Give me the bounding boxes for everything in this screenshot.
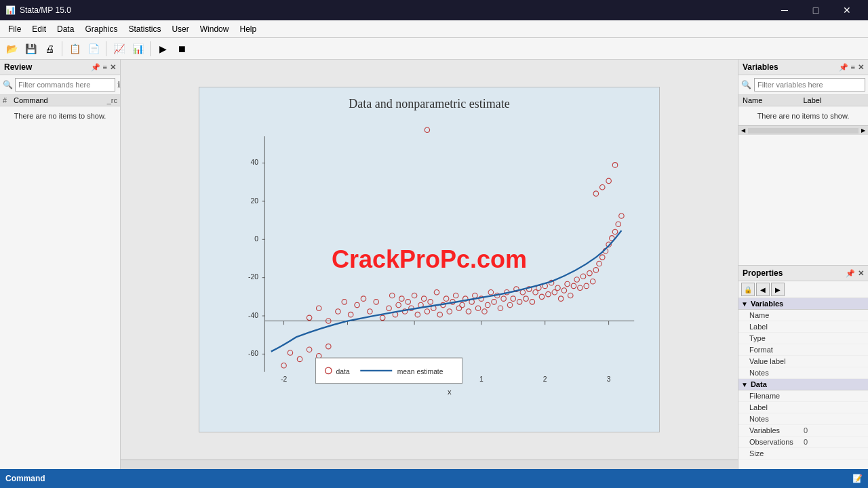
prop-datanotes-row: Notes bbox=[738, 413, 868, 425]
svg-point-90 bbox=[530, 300, 535, 305]
review-close-icon[interactable]: ✕ bbox=[110, 63, 116, 72]
variables-menu-icon[interactable]: ≡ bbox=[851, 63, 855, 72]
svg-point-111 bbox=[597, 261, 602, 266]
close-button[interactable]: ✕ bbox=[831, 0, 863, 20]
review-menu-icon[interactable]: ≡ bbox=[103, 63, 107, 72]
review-table-header: # Command _rc bbox=[0, 95, 120, 106]
prop-size-row: Size bbox=[738, 448, 868, 460]
review-header: Review 📌 ≡ ✕ bbox=[0, 60, 120, 75]
properties-panel: Properties 📌 ✕ 🔒 ◀ ▶ ▼ Variables Name bbox=[738, 266, 868, 469]
minimize-button[interactable]: ─ bbox=[769, 0, 800, 20]
toolbar-graph[interactable]: 📈 bbox=[110, 40, 127, 58]
menu-window[interactable]: Window bbox=[195, 22, 235, 36]
prop-variables-row: Variables 0 bbox=[738, 425, 868, 436]
maximize-button[interactable]: □ bbox=[800, 0, 831, 20]
svg-point-57 bbox=[425, 309, 430, 314]
prop-valuelabel-row: Value label bbox=[738, 356, 868, 367]
svg-point-37 bbox=[342, 300, 347, 305]
review-empty-message: There are no items to show. bbox=[0, 106, 120, 125]
prop-section-data-label: Data bbox=[751, 380, 767, 388]
svg-point-110 bbox=[593, 268, 599, 273]
prop-datanotes-value bbox=[804, 415, 864, 423]
svg-point-48 bbox=[399, 296, 405, 302]
variables-pin-icon[interactable]: 📌 bbox=[839, 63, 848, 72]
properties-header: Properties 📌 ✕ bbox=[738, 266, 868, 281]
toolbar-stop[interactable]: ⏹ bbox=[173, 40, 191, 58]
var-scroll-left[interactable]: ◀ bbox=[738, 126, 748, 136]
svg-point-83 bbox=[507, 302, 513, 308]
svg-point-103 bbox=[571, 283, 576, 289]
menu-user[interactable]: User bbox=[166, 22, 194, 36]
prop-datalabel-label: Label bbox=[749, 403, 804, 411]
prop-datalabel-value bbox=[804, 403, 864, 411]
var-hscroll[interactable]: ◀ ▶ bbox=[738, 125, 868, 135]
toolbar-print[interactable]: 🖨 bbox=[41, 40, 58, 58]
menu-help[interactable]: Help bbox=[234, 22, 262, 36]
prop-label-value bbox=[804, 323, 864, 331]
menu-statistics[interactable]: Statistics bbox=[123, 22, 166, 36]
svg-text:x: x bbox=[448, 388, 452, 396]
prop-size-value bbox=[804, 449, 864, 458]
menu-edit[interactable]: Edit bbox=[26, 22, 52, 36]
menu-graphics[interactable]: Graphics bbox=[79, 22, 123, 36]
toolbar-paste[interactable]: 📄 bbox=[85, 40, 102, 58]
var-filter-input[interactable] bbox=[754, 78, 865, 92]
command-label: Command bbox=[5, 474, 45, 483]
prop-notes-row: Notes bbox=[738, 367, 868, 379]
svg-point-73 bbox=[475, 306, 481, 311]
prop-datanotes-label: Notes bbox=[749, 415, 804, 423]
review-filter-input[interactable] bbox=[15, 78, 115, 92]
toolbar-chart[interactable]: 📊 bbox=[129, 40, 146, 58]
svg-point-72 bbox=[473, 293, 478, 298]
command-bar: Command 📝 bbox=[0, 469, 868, 488]
svg-point-107 bbox=[584, 283, 589, 289]
properties-prev-btn[interactable]: ◀ bbox=[756, 283, 770, 296]
svg-point-109 bbox=[590, 279, 595, 285]
svg-point-30 bbox=[307, 347, 312, 352]
properties-toolbar: 🔒 ◀ ▶ bbox=[738, 281, 868, 298]
prop-valuelabel-label: Value label bbox=[749, 357, 804, 365]
menu-file[interactable]: File bbox=[3, 22, 26, 36]
svg-text:mean estimate: mean estimate bbox=[397, 368, 443, 375]
variables-close-icon[interactable]: ✕ bbox=[858, 63, 864, 72]
prop-type-label: Type bbox=[749, 334, 804, 342]
properties-close-icon[interactable]: ✕ bbox=[858, 269, 864, 278]
toolbar-save[interactable]: 💾 bbox=[22, 40, 39, 58]
graph-container: Data and nonparametric estimate 40 20 0 … bbox=[121, 60, 738, 460]
svg-point-84 bbox=[511, 296, 516, 302]
review-col-rc: _rc bbox=[107, 96, 117, 104]
svg-point-53 bbox=[415, 312, 420, 317]
svg-point-33 bbox=[307, 315, 312, 321]
properties-next-btn[interactable]: ▶ bbox=[771, 283, 785, 296]
properties-pin-icon[interactable]: 📌 bbox=[846, 269, 855, 278]
svg-point-88 bbox=[524, 296, 529, 302]
svg-point-81 bbox=[501, 296, 507, 302]
toolbar-sep-2 bbox=[106, 41, 106, 56]
svg-point-93 bbox=[539, 294, 545, 300]
command-icon: 📝 bbox=[852, 474, 863, 483]
svg-point-101 bbox=[565, 281, 570, 287]
svg-point-27 bbox=[281, 363, 287, 369]
prop-valuelabel-value bbox=[804, 357, 864, 365]
svg-point-32 bbox=[326, 344, 332, 349]
svg-point-86 bbox=[517, 300, 522, 305]
toolbar-run[interactable]: ▶ bbox=[154, 40, 172, 58]
toolbar-open[interactable]: 📂 bbox=[3, 40, 20, 58]
svg-point-122 bbox=[612, 163, 618, 168]
toolbar-copy[interactable]: 📋 bbox=[66, 40, 83, 58]
menubar: File Edit Data Graphics Statistics User … bbox=[0, 20, 868, 38]
graph-scrollbar[interactable] bbox=[121, 460, 738, 469]
chart-svg: 40 20 0 -20 -40 -60 -2 -1 0 bbox=[226, 115, 647, 413]
review-pin-icon[interactable]: 📌 bbox=[91, 63, 100, 72]
prop-section-variables[interactable]: ▼ Variables bbox=[738, 298, 868, 310]
toolbar-sep-1 bbox=[62, 41, 62, 56]
svg-point-98 bbox=[555, 285, 561, 291]
app-title: Stata/MP 15.0 bbox=[20, 5, 71, 15]
menu-data[interactable]: Data bbox=[52, 22, 79, 36]
review-filter: 🔍 ℹ bbox=[0, 75, 120, 95]
prop-section-data[interactable]: ▼ Data bbox=[738, 379, 868, 390]
properties-lock-btn[interactable]: 🔒 bbox=[741, 283, 755, 296]
svg-text:data: data bbox=[336, 368, 350, 375]
prop-filename-value bbox=[804, 392, 864, 400]
var-scroll-right[interactable]: ▶ bbox=[859, 126, 868, 136]
